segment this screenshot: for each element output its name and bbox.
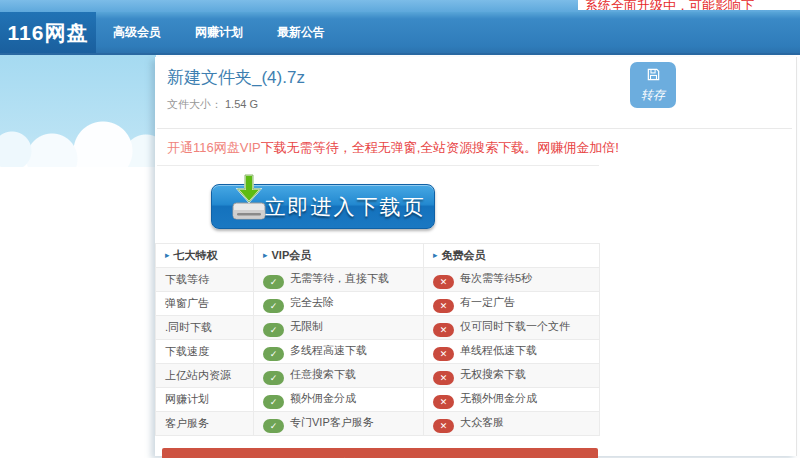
file-size: 文件大小：1.54 G <box>167 97 796 112</box>
free-cell: ✕无额外佣金分成 <box>424 388 600 412</box>
divider <box>157 165 599 166</box>
vip-cell-text: 额外佣金分成 <box>290 392 356 404</box>
check-icon: ✓ <box>263 299 284 313</box>
sky-background <box>0 55 156 167</box>
col-header-free: ▸免费会员 <box>424 244 600 268</box>
cross-icon: ✕ <box>433 371 454 385</box>
check-icon: ✓ <box>263 323 284 337</box>
col-header-label: 免费会员 <box>442 249 486 261</box>
nav-item-premium[interactable]: 高级会员 <box>113 24 161 41</box>
free-cell-text: 仅可同时下载一个文件 <box>460 320 570 332</box>
cross-icon: ✕ <box>433 419 454 433</box>
vip-cell: ✓任意搜索下载 <box>254 364 424 388</box>
page: 系统全面升级中，可能影响下 116网盘 高级会员 网赚计划 最新公告 新建文件夹… <box>0 0 800 458</box>
save-button-label: 转存 <box>641 87 665 104</box>
col-header-vip: ▸VIP会员 <box>254 244 424 268</box>
feature-cell: 弹窗广告 <box>156 292 254 316</box>
bullet-arrow-icon: ▸ <box>263 250 268 260</box>
download-arrow-icon <box>226 173 272 227</box>
bullet-arrow-icon: ▸ <box>433 250 438 260</box>
free-cell-text: 有一定广告 <box>460 296 515 308</box>
free-cell-text: 每次需等待5秒 <box>460 272 532 284</box>
navbar: 116网盘 高级会员 网赚计划 最新公告 <box>0 12 800 55</box>
content-stage: 新建文件夹_(4).7z 文件大小：1.54 G 转存 <box>0 55 800 456</box>
table-row: 下载等待 ✓无需等待，直接下载 ✕每次需等待5秒 <box>156 268 600 292</box>
cross-icon: ✕ <box>433 323 454 337</box>
check-icon: ✓ <box>263 371 284 385</box>
file-header: 新建文件夹_(4).7z 文件大小：1.54 G 转存 <box>155 57 796 115</box>
table-row: 上亿站内资源 ✓任意搜索下载 ✕无权搜索下载 <box>156 364 600 388</box>
cross-icon: ✕ <box>433 395 454 409</box>
vip-cell-text: 完全去除 <box>290 296 334 308</box>
free-cell: ✕无权搜索下载 <box>424 364 600 388</box>
table-row: 客户服务 ✓专门VIP客户服务 ✕大众客服 <box>156 412 600 436</box>
col-header-label: 七大特权 <box>174 249 218 261</box>
download-button-label: 立即进入下载页 <box>265 193 426 221</box>
promo-highlight: 开通116网盘VIP <box>167 140 261 155</box>
vip-cell-text: 专门VIP客户服务 <box>290 416 374 428</box>
table-row: .同时下载 ✓无限制 ✕仅可同时下载一个文件 <box>156 316 600 340</box>
notice-bar: 系统全面升级中，可能影响下 <box>0 0 800 12</box>
feature-cell: 上亿站内资源 <box>156 364 254 388</box>
check-icon: ✓ <box>263 347 284 361</box>
free-cell-text: 单线程低速下载 <box>460 344 537 356</box>
site-logo[interactable]: 116网盘 <box>0 12 96 53</box>
vip-cell: ✓无限制 <box>254 316 424 340</box>
free-cell: ✕仅可同时下载一个文件 <box>424 316 600 340</box>
table-row: 弹窗广告 ✓完全去除 ✕有一定广告 <box>156 292 600 316</box>
promo-rest: 下载无需等待，全程无弹窗,全站资源搜索下载。网赚佣金加倍! <box>261 140 619 155</box>
feature-cell: 网赚计划 <box>156 388 254 412</box>
free-cell-text: 无额外佣金分成 <box>460 392 537 404</box>
privileges-table: ▸七大特权 ▸VIP会员 ▸免费会员 下载等待 ✓无需等待，直接下载 ✕每次需等… <box>155 243 600 436</box>
check-icon: ✓ <box>263 275 284 289</box>
feature-cell: 下载速度 <box>156 340 254 364</box>
nav-menu: 高级会员 网赚计划 最新公告 <box>96 12 325 53</box>
feature-cell: 客户服务 <box>156 412 254 436</box>
main-card: 新建文件夹_(4).7z 文件大小：1.54 G 转存 <box>155 57 797 456</box>
free-cell: ✕大众客服 <box>424 412 600 436</box>
vip-cell-text: 无限制 <box>290 320 323 332</box>
table-row: 下载速度 ✓多线程高速下载 ✕单线程低速下载 <box>156 340 600 364</box>
notice-text: 系统全面升级中，可能影响下 <box>578 0 800 10</box>
bullet-arrow-icon: ▸ <box>165 250 170 260</box>
vip-cell: ✓多线程高速下载 <box>254 340 424 364</box>
vip-cell: ✓专门VIP客户服务 <box>254 412 424 436</box>
cross-icon: ✕ <box>433 299 454 313</box>
become-vip-button[interactable]: 立即成为VIP会员 <box>162 448 598 458</box>
vip-cell-text: 任意搜索下载 <box>290 368 356 380</box>
free-cell-text: 无权搜索下载 <box>460 368 526 380</box>
vip-promo-text: 开通116网盘VIP下载无需等待，全程无弹窗,全站资源搜索下载。网赚佣金加倍! <box>167 139 796 157</box>
file-size-label: 文件大小： <box>167 98 222 110</box>
vip-cell: ✓完全去除 <box>254 292 424 316</box>
vip-cell: ✓额外佣金分成 <box>254 388 424 412</box>
notice-marquee: 系统全面升级中，可能影响下 <box>578 0 800 10</box>
nav-item-announcements[interactable]: 最新公告 <box>277 24 325 41</box>
cross-icon: ✕ <box>433 275 454 289</box>
nav-item-affiliate[interactable]: 网赚计划 <box>195 24 243 41</box>
free-cell: ✕每次需等待5秒 <box>424 268 600 292</box>
file-title: 新建文件夹_(4).7z <box>167 66 796 89</box>
vip-cell: ✓无需等待，直接下载 <box>254 268 424 292</box>
check-icon: ✓ <box>263 395 284 409</box>
free-cell-text: 大众客服 <box>460 416 504 428</box>
col-header-label: VIP会员 <box>272 249 312 261</box>
cross-icon: ✕ <box>433 347 454 361</box>
divider <box>157 128 792 129</box>
free-cell: ✕有一定广告 <box>424 292 600 316</box>
vip-cell-text: 多线程高速下载 <box>290 344 367 356</box>
col-header-privileges: ▸七大特权 <box>156 244 254 268</box>
file-size-value: 1.54 G <box>225 98 258 110</box>
free-cell: ✕单线程低速下载 <box>424 340 600 364</box>
download-page-button[interactable]: 立即进入下载页 <box>211 184 435 229</box>
table-row: 网赚计划 ✓额外佣金分成 ✕无额外佣金分成 <box>156 388 600 412</box>
save-to-drive-button[interactable]: 转存 <box>630 62 676 108</box>
feature-cell: 下载等待 <box>156 268 254 292</box>
feature-cell: .同时下载 <box>156 316 254 340</box>
check-icon: ✓ <box>263 419 284 433</box>
floppy-disk-icon <box>646 67 661 86</box>
vip-cell-text: 无需等待，直接下载 <box>290 272 389 284</box>
table-header-row: ▸七大特权 ▸VIP会员 ▸免费会员 <box>156 244 600 268</box>
